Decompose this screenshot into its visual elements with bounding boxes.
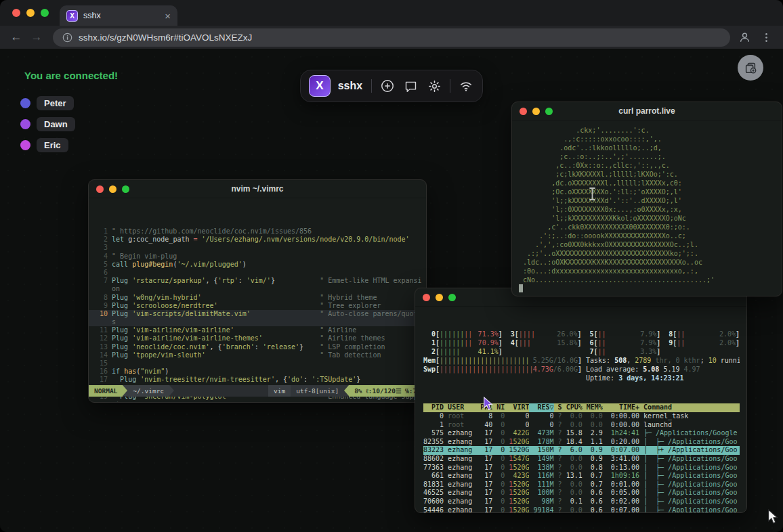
nvim-line: on bbox=[89, 285, 426, 293]
htop-process-row[interactable]: 83223ezhang1701520G150M?6.00.90:07.00│ ├… bbox=[423, 446, 740, 455]
terminal-block-cursor bbox=[519, 284, 523, 292]
terminal-window-nvim[interactable]: nvim ~/.vimrc 1" https://github.com/neoc… bbox=[88, 179, 427, 403]
user-name-pill: Peter bbox=[37, 96, 74, 110]
browser-menu-icon[interactable] bbox=[761, 32, 772, 43]
user-row[interactable]: Peter bbox=[20, 95, 75, 111]
parrot-art-line: ;c..:o:..;:..',;'.......;. bbox=[519, 152, 782, 161]
parrot-art-line: ;c;lkXKXXXXl.;lllll;lKXOo;':c. bbox=[519, 170, 782, 179]
browser-tab[interactable]: X sshx × bbox=[60, 5, 177, 26]
cpu-meter: 4[|||15.8%] bbox=[503, 338, 582, 347]
user-row[interactable]: Dawn bbox=[20, 116, 75, 132]
forward-button[interactable]: → bbox=[28, 30, 45, 44]
nvim-line: 4" Begin vim-plug bbox=[89, 252, 426, 261]
cpu-meter: 9[||2.0%] bbox=[660, 338, 740, 347]
parrot-art-line: ,dc.oXXXXXXXXl.,lllll;lXXXXx,c0: bbox=[519, 179, 782, 187]
new-session-button[interactable] bbox=[738, 55, 763, 81]
terminal-window-parrot[interactable]: curl parrot.live .ckx;'........':c. .,:c… bbox=[511, 102, 782, 296]
terminal-minimize-button[interactable] bbox=[532, 108, 540, 115]
htop-process-row[interactable]: 88602ezhang1701547G149M?0.00.93:41.00│ ├… bbox=[423, 455, 740, 464]
htop-process-row[interactable]: 0root8000?0.00.00:00.00kernel_task bbox=[423, 412, 740, 421]
htop-process-row[interactable]: 70600ezhang1701520G98M?0.10.60:02.00│ ├─… bbox=[423, 497, 740, 506]
parrot-art-line: .':;..:do::ooookXXXXXXXXXXXXXXXo..c; bbox=[519, 231, 782, 240]
htop-process-row[interactable]: 661ezhang170423G116M?13.10.71h09:16│ ├─ … bbox=[423, 472, 740, 481]
terminal-window-htop[interactable]: 0[||||||||71.3%]3[||||26.0%]5[||7.9%]8[|… bbox=[415, 288, 747, 513]
parrot-art-line: cNo.....................................… bbox=[519, 275, 782, 284]
htop-process-table[interactable]: PIDUSERPRINIVIRTRES▽SCPU%MEM%TIME+Comman… bbox=[423, 403, 740, 513]
vim-mode-indicator: NORMAL bbox=[89, 385, 123, 397]
htop-process-row[interactable]: 82355ezhang1701520G178M?18.41.10:20.00│ … bbox=[423, 438, 740, 447]
chat-button[interactable] bbox=[403, 78, 419, 94]
new-terminal-button[interactable] bbox=[379, 78, 396, 94]
toolbar-divider bbox=[450, 79, 450, 93]
htop-process-row[interactable]: 54446ezhang1701520G99184?0.00.60:07.00│ … bbox=[423, 506, 740, 513]
user-name-pill: Dawn bbox=[37, 117, 75, 131]
site-info-icon[interactable] bbox=[62, 32, 72, 43]
vim-statusline: NORMAL~/.vimrcvimutf-8[unix]8% ℓ:10/120☰… bbox=[89, 385, 426, 397]
text-ibeam-cursor bbox=[588, 187, 597, 204]
nvim-buffer[interactable]: 1" https://github.com/neoclide/coc.nvim/… bbox=[89, 224, 426, 403]
nvim-line: 5call plug#begin('~/.vim/plugged') bbox=[89, 261, 426, 269]
terminal-titlebar[interactable]: nvim ~/.vimrc bbox=[89, 180, 426, 198]
terminal-zoom-button[interactable] bbox=[545, 108, 553, 115]
htop-process-row[interactable]: 81831ezhang1701520G111M?0.00.70:01.00│ ├… bbox=[423, 481, 740, 489]
address-bar[interactable]: sshx.io/s/gzN0WHsm6r#tiOAVOLsNXEZxJ bbox=[53, 28, 730, 47]
terminal-zoom-button[interactable] bbox=[122, 185, 129, 193]
parrot-art-line: ,c'..ckk0XXXXXXXXXXX00XXXXXXX0:;o:. bbox=[519, 223, 782, 231]
terminal-titlebar[interactable]: curl parrot.live bbox=[512, 102, 782, 120]
nvim-line: 7Plug 'rstacruz/sparkup', {'rtp': 'vim/'… bbox=[89, 277, 426, 285]
htop-meters: 0[||||||||71.3%]3[||||26.0%]5[||7.9%]8[|… bbox=[423, 330, 740, 382]
htop-process-row[interactable]: 77363ezhang1701520G138M?0.00.80:13.00│ ├… bbox=[423, 464, 740, 472]
browser-toolbar: ← → sshx.io/s/gzN0WHsm6r#tiOAVOLsNXEZxJ bbox=[0, 26, 783, 49]
nvim-line: 6 bbox=[89, 269, 426, 277]
nvim-line: 13Plug 'neoclide/coc.nvim', {'branch': '… bbox=[89, 343, 426, 351]
terminal-close-button[interactable] bbox=[423, 294, 430, 301]
terminal-minimize-button[interactable] bbox=[109, 185, 117, 193]
htop-process-row[interactable]: 1root40000?0.00.00:00.00launchd bbox=[423, 421, 740, 430]
htop-tasks: Tasks: 508, 2789 thr, 0 kthr; 10 runni bbox=[582, 356, 740, 365]
parrot-art-line: 'l;;kXXXXXXXXd'.'::'..dXXXXO;,l' bbox=[519, 196, 782, 205]
vim-encoding: utf-8[unix] bbox=[291, 385, 344, 397]
parrot-art-line: .,:c:::::oxxocoo::::,',. bbox=[519, 135, 782, 143]
url-text: sshx.io/s/gzN0WHsm6r#tiOAVOLsNXEZxJ bbox=[79, 32, 252, 43]
minimize-window-button[interactable] bbox=[26, 9, 35, 17]
htop-process-row[interactable]: 575ezhang170422G473M?15.82.91h24:41├─ /A… bbox=[423, 429, 740, 438]
user-row[interactable]: Eric bbox=[20, 137, 75, 153]
zoom-window-button[interactable] bbox=[41, 9, 49, 17]
nvim-line: 15 bbox=[89, 359, 426, 368]
nvim-line: 16if has("nvim") bbox=[89, 368, 426, 376]
htop-screen[interactable]: 0[||||||||71.3%]3[||||26.0%]5[||7.9%]8[|… bbox=[415, 307, 746, 513]
sshx-logo: X bbox=[309, 75, 331, 97]
htop-load-average: Load average: 5.08 5.19 4.97 bbox=[582, 365, 740, 374]
user-list: PeterDawnEric bbox=[20, 95, 75, 158]
terminal-title: nvim ~/.vimrc bbox=[89, 184, 426, 194]
network-status-icon[interactable] bbox=[458, 78, 474, 94]
window-controls[interactable] bbox=[12, 9, 49, 17]
brand-name: sshx bbox=[338, 80, 362, 92]
parrot-ascii-art[interactable]: .ckx;'........':c. .,:c:::::oxxocoo::::,… bbox=[512, 120, 782, 294]
user-color-dot bbox=[20, 140, 30, 150]
parrot-art-line: .',',:co0XX0kkkxxOXXXXXXXXXXXXXXXOc..;l. bbox=[519, 240, 782, 249]
terminal-close-button[interactable] bbox=[520, 108, 527, 115]
connected-toast: You are connected! bbox=[24, 70, 118, 81]
cpu-meter: 8[||2.0%] bbox=[660, 330, 740, 338]
cpu-meter: 1[||||||||70.9%] bbox=[423, 338, 503, 347]
remote-user-cursor bbox=[483, 397, 494, 414]
close-window-button[interactable] bbox=[12, 9, 20, 17]
sshx-favicon: X bbox=[66, 10, 78, 22]
user-color-dot bbox=[20, 119, 30, 129]
settings-button[interactable] bbox=[427, 78, 443, 94]
parrot-art-line: ,c..:0Xx::o:.,cllc:,'::,.,c. bbox=[519, 161, 782, 170]
back-button[interactable]: ← bbox=[8, 30, 24, 44]
terminal-close-button[interactable] bbox=[96, 185, 104, 193]
vim-filetype: vim bbox=[268, 385, 291, 397]
htop-table-header[interactable]: PIDUSERPRINIVIRTRES▽SCPU%MEM%TIME+Comman… bbox=[423, 403, 740, 412]
parrot-art-line: 'l;:0XXXXXXXX0x:...,:o0XXXXx,:x, bbox=[519, 205, 782, 214]
htop-uptime: Uptime: 3 days, 14:23:21 bbox=[582, 374, 740, 382]
tab-close-icon[interactable]: × bbox=[165, 11, 171, 21]
profile-icon[interactable] bbox=[738, 31, 751, 44]
terminal-zoom-button[interactable] bbox=[448, 294, 456, 301]
tab-strip: X sshx × bbox=[0, 0, 783, 26]
htop-process-row[interactable]: 46525ezhang1701520G100M?0.00.60:05.00│ ├… bbox=[423, 489, 740, 497]
nvim-line: 10Plug 'vim-scripts/delimitMate.vim'" Au… bbox=[89, 310, 426, 318]
terminal-minimize-button[interactable] bbox=[436, 294, 443, 301]
